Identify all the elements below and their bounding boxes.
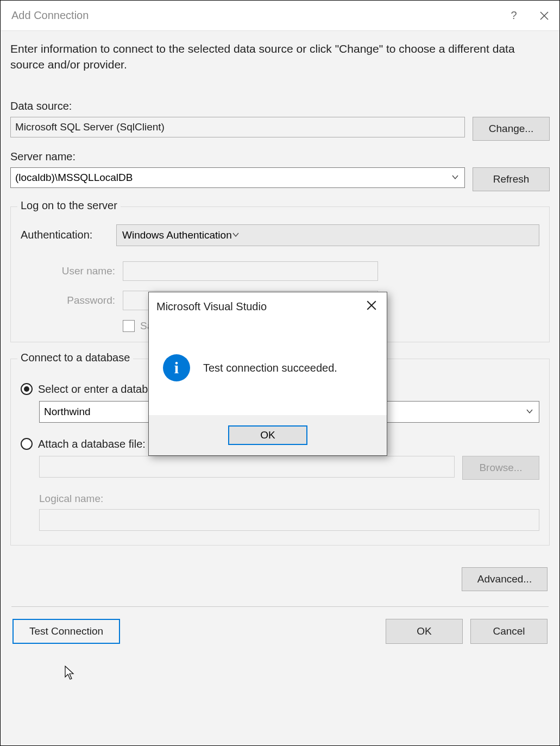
help-icon: ? (511, 9, 517, 22)
help-button[interactable]: ? (499, 1, 529, 31)
cancel-button[interactable]: Cancel (470, 619, 548, 644)
ok-button[interactable]: OK (386, 619, 463, 644)
chevron-down-icon (232, 229, 240, 241)
authentication-value: Windows Authentication (122, 229, 232, 241)
browse-button: Browse... (462, 456, 539, 480)
authentication-label: Authentication: (21, 229, 108, 241)
browse-button-label: Browse... (479, 462, 522, 474)
change-button-label: Change... (489, 123, 533, 135)
message-box-text: Test connection succeeded. (203, 362, 337, 374)
server-name-label: Server name: (10, 151, 550, 163)
close-icon (539, 11, 549, 21)
server-name-value: (localdb)\MSSQLLocalDB (15, 172, 133, 184)
message-box-close-button[interactable] (364, 298, 379, 316)
data-source-field: Microsoft SQL Server (SqlClient) (10, 117, 465, 137)
password-label: Password: (45, 294, 115, 306)
change-button[interactable]: Change... (473, 117, 550, 141)
intro-text: Enter information to connect to the sele… (10, 41, 550, 73)
test-connection-button[interactable]: Test Connection (12, 619, 120, 644)
test-connection-label: Test Connection (29, 625, 103, 637)
message-box-titlebar: Microsoft Visual Studio (149, 292, 387, 321)
attach-db-radio[interactable] (21, 438, 33, 450)
username-label: User name: (45, 265, 115, 277)
logon-legend: Log on to the server (17, 199, 121, 212)
message-box-ok-button[interactable]: OK (228, 425, 307, 445)
username-field (123, 261, 378, 281)
attach-db-radio-label: Attach a database file: (38, 438, 146, 450)
data-source-value: Microsoft SQL Server (SqlClient) (15, 121, 165, 133)
cancel-button-label: Cancel (493, 625, 525, 637)
close-icon (366, 300, 377, 311)
chevron-down-icon (451, 172, 459, 184)
chevron-down-icon (526, 406, 533, 418)
advanced-button-label: Advanced... (477, 573, 532, 585)
logical-name-field (39, 509, 539, 531)
select-db-radio[interactable] (21, 383, 33, 395)
refresh-button[interactable]: Refresh (473, 167, 550, 191)
refresh-button-label: Refresh (493, 173, 530, 185)
info-icon: i (163, 354, 190, 381)
logical-name-label: Logical name: (39, 493, 539, 505)
database-name-value: Northwind (44, 406, 91, 418)
titlebar: Add Connection ? (1, 1, 559, 31)
data-source-label: Data source: (10, 100, 550, 112)
message-box-title: Microsoft Visual Studio (156, 300, 267, 313)
save-password-checkbox (123, 320, 135, 332)
attach-file-field (39, 456, 455, 478)
ok-button-label: OK (417, 625, 431, 637)
server-name-combo[interactable]: (localdb)\MSSQLLocalDB (10, 167, 465, 188)
advanced-button[interactable]: Advanced... (462, 567, 548, 591)
database-legend: Connect to a database (17, 352, 133, 364)
message-box: Microsoft Visual Studio i Test connectio… (148, 292, 387, 456)
close-button[interactable] (529, 1, 559, 31)
window-title: Add Connection (11, 9, 89, 22)
message-box-ok-label: OK (260, 429, 275, 441)
authentication-select[interactable]: Windows Authentication (116, 224, 539, 246)
